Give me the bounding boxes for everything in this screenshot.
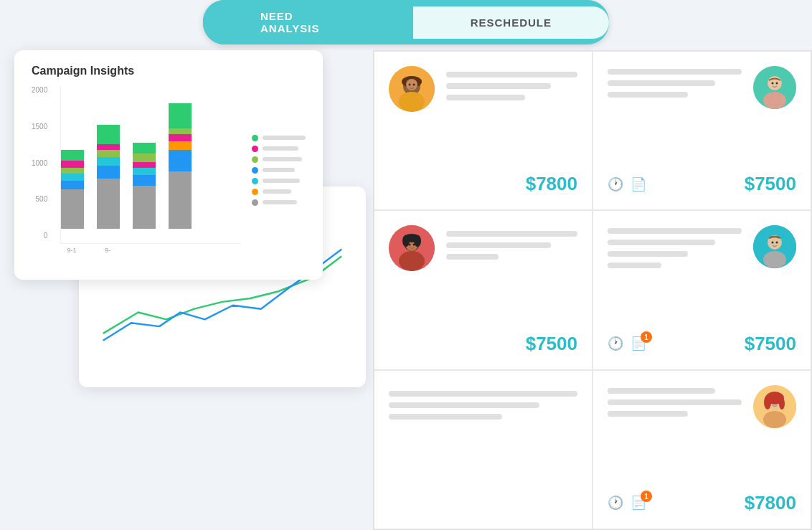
right-card-lines-3 [608, 385, 742, 417]
svg-point-11 [772, 82, 774, 85]
svg-point-25 [772, 242, 774, 244]
card-icons-2: 🕐 📄 1 [608, 336, 646, 351]
bar-chart-area: 2000 1500 1000 500 0 [32, 86, 306, 254]
legend-dot-lightgreen [252, 156, 258, 163]
notification-badge-3: 1 [641, 491, 652, 502]
card-top-2 [389, 225, 577, 271]
right-card-lines-1 [608, 66, 742, 98]
top-navigation: NEED ANALYSIS RESCHEDULE [203, 0, 609, 44]
legend-item-3 [252, 156, 306, 163]
right-card-price-2: $7500 [745, 333, 796, 355]
right-card-lines-2 [608, 225, 742, 268]
svg-point-24 [763, 251, 786, 268]
bar-group-4 [169, 103, 192, 229]
right-panel: $7800 [373, 50, 812, 530]
card-lines-3 [389, 385, 577, 420]
card-lines-1 [446, 66, 577, 100]
clock-icon-3: 🕐 [608, 495, 623, 511]
svg-point-21 [414, 235, 421, 247]
notification-badge-2: 1 [641, 331, 652, 343]
legend-item-6 [252, 189, 306, 195]
bar-stack-4 [169, 103, 192, 229]
right-card-3: 🕐 📄 1 $7800 [593, 370, 811, 529]
right-avatar-1 [753, 66, 796, 109]
svg-point-34 [779, 398, 785, 410]
card-bottom-1: $7800 [389, 173, 577, 195]
right-card-2: 🕐 📄 1 $7500 [593, 210, 811, 369]
card-lines-2 [446, 225, 577, 260]
bar-stack-2 [97, 125, 120, 229]
nav-item-need-analysis[interactable]: NEED ANALYSIS [203, 0, 398, 44]
legend-dot-gray [252, 199, 258, 206]
legend-item-7 [252, 199, 306, 206]
svg-point-26 [776, 242, 778, 244]
legend-dot-cyan [252, 178, 258, 184]
svg-point-20 [402, 235, 410, 247]
x-labels: 9-1 9- [60, 247, 240, 254]
nav-pill: NEED ANALYSIS RESCHEDULE [203, 0, 609, 44]
card-price-2: $7500 [526, 333, 577, 355]
svg-point-12 [776, 82, 778, 85]
right-card-1: 🕐 📄 $7500 [593, 51, 811, 210]
person-card-3 [374, 370, 593, 529]
legend-item-4 [252, 167, 306, 174]
legend-dot-green [252, 135, 258, 141]
right-card-top-3 [608, 385, 796, 428]
person-card-2: $7500 [374, 210, 593, 369]
card-bottom-2: $7500 [389, 333, 577, 355]
bar-stack-1 [61, 150, 84, 229]
svg-point-29 [763, 411, 786, 428]
right-card-bottom-3: 🕐 📄 1 $7800 [608, 492, 796, 514]
bar-group-2 [97, 125, 120, 229]
doc-badge-container-3: 📄 1 [631, 495, 646, 511]
card-icons-3: 🕐 📄 1 [608, 495, 646, 511]
left-panel: Campaign Insights 2000 1500 1000 500 0 [0, 43, 373, 530]
svg-point-18 [399, 251, 425, 271]
svg-point-2 [399, 92, 425, 112]
card-top-1 [389, 66, 577, 112]
card-price-1: $7800 [526, 173, 577, 195]
bar-chart-container: 2000 1500 1000 500 0 [32, 86, 240, 254]
right-avatar-2 [753, 225, 796, 268]
bar-group-3 [133, 143, 156, 229]
legend-item-2 [252, 146, 306, 152]
right-card-top-1 [608, 66, 796, 109]
nav-item-reschedule[interactable]: RESCHEDULE [413, 6, 609, 39]
campaign-chart-title: Campaign Insights [32, 65, 306, 77]
bars-area [60, 86, 240, 244]
avatar-1 [389, 66, 435, 112]
svg-point-6 [409, 84, 411, 86]
legend-dot-blue [252, 167, 258, 174]
chart-legend [252, 86, 306, 254]
avatar-2 [389, 225, 435, 271]
main-content: Campaign Insights 2000 1500 1000 500 0 [0, 43, 812, 530]
legend-item-1 [252, 135, 306, 141]
nav-arrow [397, 3, 413, 42]
legend-dot-pink [252, 146, 258, 152]
right-avatar-3 [753, 385, 796, 428]
campaign-insights-card: Campaign Insights 2000 1500 1000 500 0 [14, 50, 323, 280]
legend-item-5 [252, 178, 306, 184]
svg-point-7 [413, 84, 415, 86]
clock-icon: 🕐 [608, 176, 623, 192]
y-axis: 2000 1500 1000 500 0 [32, 86, 53, 240]
person-svg-1 [389, 66, 435, 112]
svg-point-10 [763, 92, 786, 109]
svg-point-33 [764, 395, 771, 410]
right-card-bottom-2: 🕐 📄 1 $7500 [608, 333, 796, 355]
card-icons-1: 🕐 📄 [608, 176, 646, 192]
person-card-1: $7800 [374, 51, 593, 210]
right-card-price-3: $7800 [745, 492, 796, 514]
clock-icon-2: 🕐 [608, 336, 623, 351]
right-card-top-2 [608, 225, 796, 268]
bar-stack-3 [133, 143, 156, 229]
legend-dot-orange [252, 189, 258, 195]
card-top-3 [389, 385, 577, 420]
doc-icon: 📄 [631, 176, 646, 192]
doc-badge-container: 📄 1 [631, 336, 646, 351]
bar-group-1 [61, 150, 84, 229]
right-card-price-1: $7500 [745, 173, 796, 195]
right-card-bottom-1: 🕐 📄 $7500 [608, 173, 796, 195]
